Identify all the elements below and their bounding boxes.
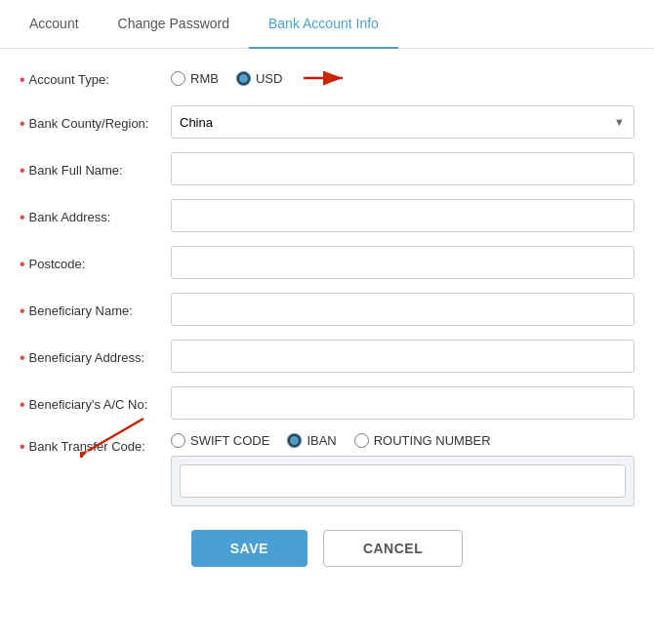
bank-transfer-control: SWIFT CODE IBAN ROUTING NUMBER: [171, 433, 634, 506]
bank-country-control: China United States United Kingdom Japan…: [171, 105, 634, 139]
postcode-row: • Postcode:: [20, 246, 634, 279]
tab-account[interactable]: Account: [10, 0, 99, 49]
beneficiary-address-label: • Beneficiary Address:: [20, 346, 171, 366]
bank-fullname-row: • Bank Full Name:: [20, 152, 634, 185]
button-row: SAVE CANCEL: [20, 530, 634, 586]
bank-address-input[interactable]: [171, 199, 634, 232]
transfer-code-radio-group: SWIFT CODE IBAN ROUTING NUMBER: [171, 433, 634, 448]
required-bullet: •: [20, 72, 25, 88]
usd-option[interactable]: USD: [236, 71, 282, 86]
beneficiary-name-label: • Beneficiary Name:: [20, 300, 171, 319]
bank-address-control: [171, 199, 634, 232]
form-body: • Account Type: RMB USD: [0, 49, 654, 602]
tabs-bar: Account Change Password Bank Account Inf…: [0, 0, 654, 49]
tab-change-password[interactable]: Change Password: [99, 0, 249, 49]
beneficiary-ac-label: • Beneficiary's A/C No:: [20, 393, 171, 413]
bank-fullname-input[interactable]: [171, 152, 634, 185]
account-type-radio-group: RMB USD: [171, 64, 634, 92]
transfer-code-input-wrapper: [171, 456, 634, 506]
usd-radio[interactable]: [236, 71, 251, 86]
rmb-option[interactable]: RMB: [171, 71, 219, 86]
swift-radio[interactable]: [171, 433, 185, 448]
save-button[interactable]: SAVE: [191, 530, 307, 567]
account-type-label: • Account Type:: [20, 68, 171, 88]
postcode-input[interactable]: [171, 246, 634, 279]
bank-country-label: • Bank County/Region:: [20, 112, 171, 132]
bank-address-row: • Bank Address:: [20, 199, 634, 232]
svg-line-3: [88, 419, 143, 451]
bank-fullname-label: • Bank Full Name:: [20, 159, 171, 179]
beneficiary-name-input[interactable]: [171, 293, 634, 326]
swift-option[interactable]: SWIFT CODE: [171, 433, 269, 448]
bank-country-select-wrapper: China United States United Kingdom Japan…: [171, 105, 634, 139]
iban-radio[interactable]: [287, 433, 302, 448]
routing-option[interactable]: ROUTING NUMBER: [354, 433, 491, 448]
postcode-control: [171, 246, 634, 279]
bank-address-label: • Bank Address:: [20, 206, 171, 225]
bank-country-row: • Bank County/Region: China United State…: [20, 105, 634, 139]
transfer-code-input[interactable]: [180, 464, 626, 498]
account-type-row: • Account Type: RMB USD: [20, 64, 634, 92]
usd-arrow-icon: [304, 64, 352, 92]
routing-radio[interactable]: [354, 433, 369, 448]
beneficiary-ac-row: • Beneficiary's A/C No:: [20, 386, 634, 420]
beneficiary-name-control: [171, 293, 634, 326]
beneficiary-ac-input[interactable]: [171, 386, 634, 420]
beneficiary-ac-control: [171, 386, 634, 420]
beneficiary-address-control: [171, 340, 634, 373]
cancel-button[interactable]: CANCEL: [323, 530, 463, 567]
ac-arrow-icon: [80, 414, 148, 458]
account-type-controls: RMB USD: [171, 64, 634, 92]
beneficiary-address-input[interactable]: [171, 340, 634, 373]
rmb-radio[interactable]: [171, 71, 185, 86]
beneficiary-address-row: • Beneficiary Address:: [20, 340, 634, 373]
tab-bank-account-info[interactable]: Bank Account Info: [249, 0, 398, 49]
bank-country-select[interactable]: China United States United Kingdom Japan…: [171, 105, 634, 139]
postcode-label: • Postcode:: [20, 253, 171, 272]
beneficiary-name-row: • Beneficiary Name:: [20, 293, 634, 326]
iban-option[interactable]: IBAN: [287, 433, 336, 448]
bank-fullname-control: [171, 152, 634, 185]
